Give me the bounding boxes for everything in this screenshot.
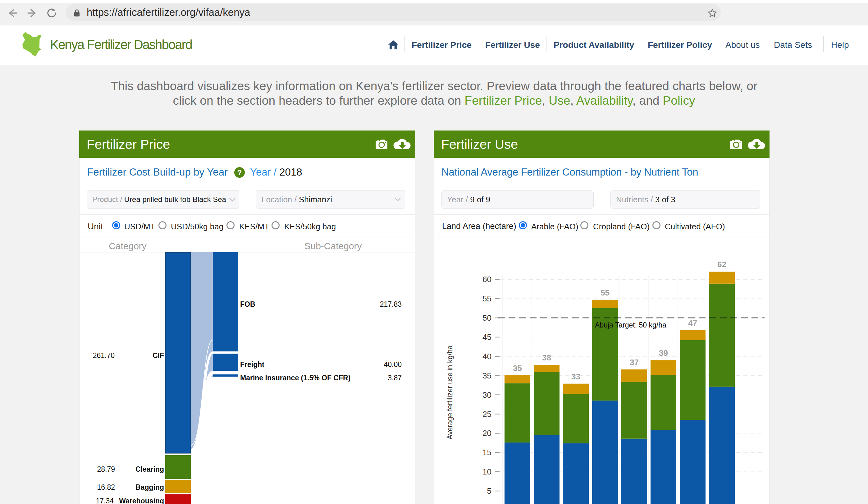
svg-text:47: 47: [688, 319, 697, 328]
svg-text:40.00: 40.00: [384, 360, 402, 369]
svg-text:Bagging: Bagging: [135, 483, 164, 491]
svg-text:Abuja Target: 50 kg/ha: Abuja Target: 50 kg/ha: [595, 321, 666, 329]
svg-text:35: 35: [513, 363, 522, 373]
svg-text:45: 45: [483, 332, 492, 342]
svg-text:17.34: 17.34: [96, 497, 114, 504]
svg-text:30: 30: [483, 390, 492, 400]
svg-text:Category: Category: [109, 241, 147, 251]
svg-text:25: 25: [483, 410, 492, 419]
svg-text:?: ?: [237, 168, 242, 177]
svg-text:37: 37: [630, 358, 639, 367]
svg-text:Warehousing: Warehousing: [119, 497, 164, 504]
svg-text:Average fertilizer use in kg/h: Average fertilizer use in kg/ha: [446, 346, 454, 440]
svg-text:10: 10: [483, 467, 492, 476]
svg-text:39: 39: [659, 348, 668, 358]
svg-text:Marine Insurance (1.5% OF CFR): Marine Insurance (1.5% OF CFR): [240, 374, 350, 382]
svg-text:5: 5: [487, 486, 492, 496]
svg-text:20: 20: [483, 429, 492, 438]
svg-text:50: 50: [483, 313, 492, 322]
svg-text:38: 38: [542, 353, 551, 362]
svg-text:35: 35: [483, 371, 492, 380]
svg-text:217.83: 217.83: [380, 300, 402, 308]
svg-text:FOB: FOB: [240, 300, 255, 308]
svg-text:Sub-Category: Sub-Category: [304, 241, 362, 251]
svg-text:33: 33: [571, 372, 580, 381]
svg-text:CIF: CIF: [153, 351, 164, 360]
svg-text:55: 55: [483, 294, 492, 303]
svg-text:Clearing: Clearing: [135, 465, 164, 473]
svg-text:16.82: 16.82: [97, 483, 115, 491]
svg-text:3.87: 3.87: [388, 374, 402, 382]
svg-text:28.79: 28.79: [97, 465, 115, 473]
svg-text:Freight: Freight: [240, 360, 265, 369]
svg-text:40: 40: [483, 352, 492, 361]
svg-text:60: 60: [483, 275, 492, 284]
svg-text:15: 15: [483, 448, 492, 457]
svg-text:261.70: 261.70: [93, 351, 115, 360]
svg-text:62: 62: [717, 260, 726, 269]
svg-text:55: 55: [600, 288, 610, 297]
